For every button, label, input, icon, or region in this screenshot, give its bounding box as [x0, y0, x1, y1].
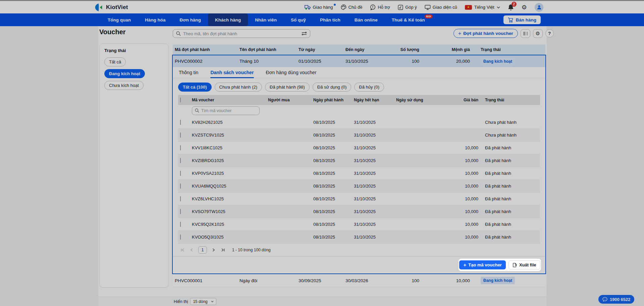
batch-row-expanded[interactable]: PHVC000002 Tháng 10 01/10/2025 31/10/202…: [173, 55, 545, 67]
page-size-select[interactable]: 15 dòng: [190, 298, 216, 305]
notification-count-badge: 2: [512, 2, 517, 7]
voucher-price: 10,000: [436, 145, 480, 150]
settings-gear-icon[interactable]: ⚙: [522, 4, 527, 11]
nav-item-label: Tổng quan: [108, 17, 131, 22]
batch-qty: 100: [385, 59, 421, 64]
row-checkbox[interactable]: [180, 222, 181, 227]
nav-item-2[interactable]: Hàng hóa: [138, 13, 173, 26]
voucher-filter-pill-2[interactable]: Chưa phát hành (2): [215, 83, 262, 92]
old-ui-link[interactable]: Giao diện cũ: [425, 5, 457, 10]
notifications-button[interactable]: 2: [508, 4, 514, 10]
gear-icon: ⚙: [535, 31, 540, 37]
nav-item-7[interactable]: Phân tích: [313, 13, 347, 26]
nav-item-4[interactable]: Khách hàng: [208, 13, 248, 26]
voucher-row[interactable]: KVZ6LVHC102508/10/202531/10/202510,000Đã…: [178, 193, 540, 205]
voucher-code: KVP0VSA21025: [190, 171, 266, 176]
voucher-row[interactable]: KVZSTC9V102508/10/202531/10/2025Chưa phá…: [178, 129, 540, 142]
row-checkbox[interactable]: [180, 145, 181, 150]
table-settings-button[interactable]: ⚙: [533, 29, 543, 38]
row-checkbox[interactable]: [180, 209, 181, 214]
voucher-code: KVZIBRDG1025: [190, 158, 266, 163]
nav-item-5[interactable]: Nhân viên: [248, 13, 284, 26]
tab-2[interactable]: Danh sách voucher: [210, 67, 254, 78]
tab-3[interactable]: Đơn hàng dùng voucher: [266, 67, 317, 78]
voucher-row[interactable]: KVC95Q2K102508/10/202531/10/202510,000Đã…: [178, 218, 540, 231]
voucher-filter-pill-1[interactable]: Tất cả (100): [178, 83, 212, 92]
voucher-status: Đã phát hành: [480, 196, 540, 201]
create-batch-button[interactable]: + Đợt phát hành voucher: [453, 29, 518, 38]
voucher-row[interactable]: KVP0VSA2102508/10/202531/10/202510,000Đã…: [178, 167, 540, 180]
voucher-search-box: [192, 106, 260, 115]
help-button[interactable]: ?: [545, 29, 554, 38]
voucher-issued-date: 08/10/2025: [311, 171, 352, 176]
feedback-link[interactable]: Góp ý: [398, 5, 417, 10]
voucher-status: Đã phát hành: [480, 235, 540, 240]
current-page-box[interactable]: 1: [198, 246, 207, 254]
voucher-row[interactable]: KV82H262102508/10/202531/10/2025Chưa phá…: [178, 116, 540, 129]
kiotviet-logo[interactable]: KiotViet: [95, 3, 128, 12]
row-checkbox[interactable]: [180, 171, 181, 176]
create-voucher-button[interactable]: + Tạo mã voucher: [459, 260, 505, 269]
delivery-link[interactable]: Giao hàng: [305, 5, 333, 10]
tab-1[interactable]: Thông tin: [179, 67, 198, 78]
status-filter-title: Trạng thái: [104, 48, 164, 53]
next-page-button[interactable]: [211, 248, 216, 252]
nav-item-9[interactable]: Thuế & Kế toánMới: [385, 13, 432, 26]
voucher-row[interactable]: KVUA6MQQ102508/10/202531/10/202510,000Đã…: [178, 180, 540, 193]
voucher-search-input[interactable]: [201, 108, 257, 113]
status-filter-pills: Tất cảĐang kích hoạtChưa kích hoạt: [104, 57, 164, 90]
nav-item-6[interactable]: Sổ quỹ: [284, 13, 313, 26]
support-link[interactable]: Hỗ trợ: [370, 4, 390, 10]
detail-tabs: Thông tinDanh sách voucherĐơn hàng dùng …: [173, 67, 545, 78]
advanced-filter-icon[interactable]: [302, 31, 307, 36]
batch-search-input[interactable]: [183, 31, 299, 36]
voucher-row[interactable]: KVSO79TW102508/10/202531/10/202510,000Đã…: [178, 205, 540, 218]
row-checkbox[interactable]: [180, 235, 181, 240]
chevron-down-icon: [211, 301, 214, 302]
nav-item-label: Khách hàng: [215, 17, 241, 22]
nav-item-3[interactable]: Đơn hàng: [173, 13, 208, 26]
voucher-filter-pill-3[interactable]: Đã phát hành (98): [265, 83, 310, 92]
voucher-filter-pill-4[interactable]: Đã sử dụng (0): [313, 83, 351, 92]
status-pill-1[interactable]: Tất cả: [104, 57, 126, 66]
batch-row-bottom[interactable]: PHVC000001 Ngày đôi 30/09/2025 30/03/202…: [173, 274, 545, 287]
batch-value: 20,000: [421, 59, 472, 64]
export-file-button[interactable]: Xuất file: [508, 260, 540, 269]
voucher-price: 10,000: [436, 209, 480, 214]
batch-col-header: Mệnh giá: [421, 47, 472, 52]
first-page-button[interactable]: [180, 248, 185, 252]
row-checkbox[interactable]: [180, 196, 181, 201]
status-pill-2[interactable]: Đang kích hoạt: [104, 69, 145, 78]
nav-item-8[interactable]: Bán online: [347, 13, 385, 26]
user-avatar[interactable]: [535, 3, 543, 12]
main-nav-items: Tổng quanHàng hóaĐơn hàngKhách hàngNhân …: [101, 13, 432, 26]
batch-from: 01/10/2025: [297, 59, 343, 64]
row-checkbox[interactable]: [180, 120, 181, 125]
header-checkbox-cell: [178, 98, 190, 102]
theme-link[interactable]: Chủ đề: [341, 4, 363, 10]
sell-button[interactable]: Bán hàng: [503, 15, 541, 24]
batch-status-cell: Đang kích hoạt: [472, 277, 545, 284]
row-checkbox-cell: [178, 184, 190, 189]
nav-item-label: Nhân viên: [255, 17, 277, 22]
row-checkbox[interactable]: [180, 133, 181, 138]
voucher-row[interactable]: KVZIBRDG102508/10/202531/10/202510,000Đã…: [178, 154, 540, 167]
prev-page-button[interactable]: [189, 248, 194, 252]
support-label: Hỗ trợ: [378, 5, 390, 10]
status-pill-3[interactable]: Chưa kích hoạt: [104, 81, 144, 90]
nav-item-1[interactable]: Tổng quan: [101, 13, 138, 26]
column-settings-button[interactable]: [521, 29, 530, 38]
support-phone-button[interactable]: 1900 6522: [598, 295, 634, 304]
language-selector[interactable]: ★ Tiếng Việt: [465, 5, 500, 10]
batch-col-header: Tên đợt phát hành: [237, 47, 297, 52]
voucher-row[interactable]: KVOO5Q3I102508/10/202531/10/202510,000Đã…: [178, 231, 540, 244]
select-all-checkbox[interactable]: [180, 98, 181, 102]
row-checkbox[interactable]: [180, 184, 181, 189]
chevron-down-icon: [497, 6, 500, 8]
voucher-filter-pill-5[interactable]: Đã hủy (0): [354, 83, 384, 92]
pagination-summary: 1 - 10 trong 100 dòng: [232, 248, 271, 252]
voucher-issued-date: 08/10/2025: [311, 209, 352, 214]
row-checkbox[interactable]: [180, 158, 181, 163]
voucher-row[interactable]: KVV1I8KC102508/10/202531/10/202510,000Đã…: [178, 142, 540, 154]
last-page-button[interactable]: [220, 248, 225, 252]
